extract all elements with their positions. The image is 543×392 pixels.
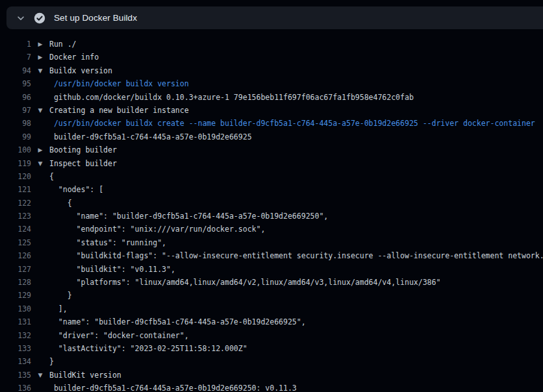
log-row: 124 "endpoint": "unix:///var/run/docker.… [0, 223, 543, 236]
marker-spacer [31, 315, 49, 328]
line-number-link[interactable]: 123 [0, 210, 31, 223]
marker-spacer [31, 117, 49, 130]
step-header[interactable]: Set up Docker Buildx [6, 6, 543, 29]
marker-spacer [31, 197, 49, 210]
step-title: Set up Docker Buildx [54, 13, 137, 23]
log-row: 129 } [0, 289, 543, 302]
triangle-right-icon[interactable]: ▶ [31, 51, 49, 64]
log-row: 100▶Booting builder [0, 143, 543, 156]
triangle-down-icon[interactable]: ▼ [31, 369, 49, 382]
line-number-link[interactable]: 95 [0, 77, 31, 90]
marker-spacer [31, 236, 49, 249]
marker-spacer [31, 263, 49, 276]
log-output: 1▶Run ./7▶Docker info94▼Buildx version95… [0, 29, 543, 392]
group-title[interactable]: Run ./ [49, 38, 77, 51]
output-text: github.com/docker/buildx 0.10.3+azure-1 … [49, 91, 414, 104]
marker-spacer [31, 170, 49, 183]
log-row: 1▶Run ./ [0, 38, 543, 51]
output-text: "driver": "docker-container", [49, 329, 189, 342]
command-text: /usr/bin/docker buildx create --name bui… [49, 117, 535, 130]
output-text: builder-d9cfb5a1-c764-445a-a57e-0b19d2e6… [49, 382, 297, 392]
log-row: 135▼BuildKit version [0, 369, 543, 382]
marker-spacer [31, 355, 49, 368]
group-title[interactable]: Booting builder [49, 143, 117, 156]
line-number-link[interactable]: 119 [0, 157, 31, 170]
log-row: 96 github.com/docker/buildx 0.10.3+azure… [0, 91, 543, 104]
log-row: 126 "buildkitd-flags": "--allow-insecure… [0, 249, 543, 262]
line-number-link[interactable]: 94 [0, 64, 31, 77]
marker-spacer [31, 329, 49, 342]
line-number-link[interactable]: 131 [0, 315, 31, 328]
group-title[interactable]: Creating a new builder instance [49, 104, 189, 117]
output-text: "buildkitd-flags": "--allow-insecure-ent… [49, 249, 543, 262]
log-row: 95 /usr/bin/docker buildx version [0, 77, 543, 90]
line-number-link[interactable]: 129 [0, 289, 31, 302]
triangle-down-icon[interactable]: ▼ [31, 64, 49, 77]
output-text: ], [49, 302, 68, 315]
group-title[interactable]: Buildx version [49, 64, 112, 77]
log-row: 131 "name": "builder-d9cfb5a1-c764-445a-… [0, 315, 543, 328]
output-text: "buildkit": "v0.11.3", [49, 263, 175, 276]
line-number-link[interactable]: 1 [0, 38, 31, 51]
line-number-link[interactable]: 99 [0, 130, 31, 143]
output-text: { [49, 170, 54, 183]
output-text: "nodes": [ [49, 183, 103, 196]
output-text: "endpoint": "unix:///var/run/docker.sock… [49, 223, 265, 236]
line-number-link[interactable]: 134 [0, 355, 31, 368]
output-text: { [49, 197, 72, 210]
output-text: "name": "builder-d9cfb5a1-c764-445a-a57e… [49, 210, 328, 223]
triangle-right-icon[interactable]: ▶ [31, 143, 49, 156]
command-text: /usr/bin/docker buildx version [49, 77, 189, 90]
log-row: 97▼Creating a new builder instance [0, 104, 543, 117]
line-number-link[interactable]: 100 [0, 143, 31, 156]
line-number-link[interactable]: 121 [0, 183, 31, 196]
line-number-link[interactable]: 96 [0, 91, 31, 104]
marker-spacer [31, 276, 49, 289]
log-row: 136 builder-d9cfb5a1-c764-445a-a57e-0b19… [0, 382, 543, 392]
marker-spacer [31, 289, 49, 302]
triangle-right-icon[interactable]: ▶ [31, 38, 49, 51]
log-row: 130 ], [0, 302, 543, 315]
marker-spacer [31, 223, 49, 236]
output-text: "platforms": "linux/amd64,linux/amd64/v2… [49, 276, 440, 289]
marker-spacer [31, 382, 49, 392]
line-number-link[interactable]: 120 [0, 170, 31, 183]
line-number-link[interactable]: 136 [0, 382, 31, 392]
output-text: "name": "builder-d9cfb5a1-c764-445a-a57e… [49, 315, 306, 328]
line-number-link[interactable]: 130 [0, 302, 31, 315]
marker-spacer [31, 302, 49, 315]
check-circle-icon [34, 12, 45, 24]
line-number-link[interactable]: 127 [0, 263, 31, 276]
line-number-link[interactable]: 135 [0, 369, 31, 382]
line-number-link[interactable]: 98 [0, 117, 31, 130]
triangle-down-icon[interactable]: ▼ [31, 104, 49, 117]
marker-spacer [31, 342, 49, 355]
group-title[interactable]: Docker info [49, 51, 99, 64]
marker-spacer [31, 249, 49, 262]
line-number-link[interactable]: 97 [0, 104, 31, 117]
group-title[interactable]: Inspect builder [49, 157, 117, 170]
actions-log-page: { "header": { "title": "Set up Docker Bu… [0, 0, 543, 392]
line-number-link[interactable]: 126 [0, 249, 31, 262]
line-number-link[interactable]: 132 [0, 329, 31, 342]
log-row: 121 "nodes": [ [0, 183, 543, 196]
line-number-link[interactable]: 125 [0, 236, 31, 249]
triangle-down-icon[interactable]: ▼ [31, 157, 49, 170]
log-row: 125 "status": "running", [0, 236, 543, 249]
chevron-down-icon[interactable] [15, 12, 27, 24]
group-title[interactable]: BuildKit version [49, 369, 121, 382]
line-number-link[interactable]: 7 [0, 51, 31, 64]
log-row: 127 "buildkit": "v0.11.3", [0, 263, 543, 276]
marker-spacer [31, 91, 49, 104]
log-row: 7▶Docker info [0, 51, 543, 64]
marker-spacer [31, 77, 49, 90]
line-number-link[interactable]: 128 [0, 276, 31, 289]
line-number-link[interactable]: 133 [0, 342, 31, 355]
line-number-link[interactable]: 122 [0, 197, 31, 210]
log-row: 134} [0, 355, 543, 368]
output-text: } [49, 355, 54, 368]
log-row: 123 "name": "builder-d9cfb5a1-c764-445a-… [0, 210, 543, 223]
line-number-link[interactable]: 124 [0, 223, 31, 236]
output-text: builder-d9cfb5a1-c764-445a-a57e-0b19d2e6… [49, 130, 252, 143]
output-text: "status": "running", [49, 236, 166, 249]
